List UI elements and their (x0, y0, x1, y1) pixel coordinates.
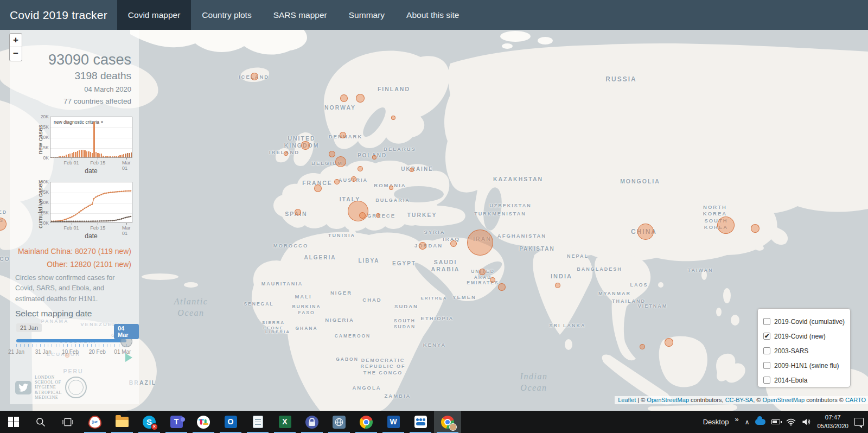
bar (103, 156, 104, 157)
taskbar-chrome-profile-icon[interactable] (434, 411, 461, 433)
case-circle-spain[interactable] (295, 209, 301, 215)
case-circle-iran[interactable] (467, 230, 493, 256)
taskbar-notepad-icon[interactable] (244, 411, 271, 433)
case-circle-united-kingdom[interactable] (301, 141, 310, 150)
case-circle-singapore[interactable] (640, 344, 645, 349)
case-circle-iceland[interactable] (251, 73, 258, 80)
checkbox-2003-sars[interactable] (763, 347, 770, 354)
taskbar-teams-icon[interactable]: T (163, 411, 190, 433)
date-slider-track[interactable] (16, 339, 126, 342)
checkbox-2019-covid-new[interactable]: ✔ (763, 333, 770, 340)
overflow-chevron-icon[interactable]: » (735, 415, 738, 423)
lshtm-logo-text[interactable]: LONDON SCHOOL of HYGIENE &TROPICAL MEDIC… (35, 375, 62, 400)
case-circle-switzerland[interactable] (334, 179, 340, 184)
taskbar-snipping-tool-icon[interactable]: ✂ (81, 411, 108, 433)
desktop-label[interactable]: Desktop (703, 418, 729, 426)
slider-minor-ticks (16, 344, 126, 347)
case-circle-france[interactable] (314, 184, 322, 192)
legend-item-2014-ebola[interactable]: 2014-Ebola (763, 373, 850, 387)
zoom-in-button[interactable]: + (10, 34, 22, 47)
tab-sars-mapper[interactable]: SARS mapper (263, 0, 338, 30)
tab-summary[interactable]: Summary (338, 0, 395, 30)
bar (129, 153, 130, 158)
case-circle-israel[interactable] (419, 242, 426, 250)
legend-label: 2019-Covid (new) (774, 333, 826, 340)
taskbar-task-view-icon[interactable] (54, 411, 81, 433)
legend-item-2019-covid-new[interactable]: ✔2019-Covid (new) (763, 329, 850, 343)
case-circle-estonia[interactable] (391, 116, 395, 120)
attribution-link-openstreetmap[interactable]: OpenStreetMap (647, 397, 689, 403)
attribution-link-openstreetmap[interactable]: OpenStreetMap (762, 397, 805, 403)
bar (112, 156, 113, 157)
wifi-icon[interactable] (786, 418, 796, 426)
taskbar-file-explorer-icon[interactable] (108, 411, 136, 433)
case-circle-uae[interactable] (490, 277, 495, 283)
case-circle-sweden[interactable] (356, 94, 365, 103)
taskbar-word-icon[interactable]: W (380, 411, 407, 433)
legend-item-2003-sars[interactable]: 2003-SARS (763, 343, 850, 358)
case-circle-japan[interactable] (751, 224, 760, 233)
checkbox-2009-h1n1-swine-flu[interactable] (763, 362, 770, 369)
bar (125, 154, 126, 157)
attribution-link-carto[interactable]: CARTO (845, 397, 866, 403)
legend-item-2009-h1n1-swine-flu[interactable]: 2009-H1N1 (swine flu) (763, 358, 850, 373)
onedrive-icon[interactable] (755, 419, 765, 425)
legend-item-2019-covid-cumulative[interactable]: 2019-Covid (cumulative) (763, 314, 850, 329)
case-circle-ireland[interactable] (284, 151, 288, 156)
bar (84, 150, 85, 157)
chart-plot-area (50, 182, 132, 223)
battery-icon[interactable] (771, 419, 780, 424)
case-circle-italy[interactable] (348, 201, 368, 221)
tab-covid-mapper[interactable]: Covid mapper (117, 0, 192, 30)
case-circle-greece[interactable] (376, 213, 380, 218)
taskbar-search-icon[interactable] (27, 411, 54, 433)
world-map[interactable]: RUSSIAICELANDFINLANDNORWAYDENMARKUNITED … (0, 30, 868, 411)
screen: Covid 2019 tracker Covid mapperCountry p… (0, 0, 868, 433)
taskbar-icons: ✂S×TOXW (0, 411, 461, 433)
chart-annotation[interactable]: new diagnostic criteria × (54, 119, 103, 125)
tab-about-this-site[interactable]: About this site (395, 0, 470, 30)
taskbar-excel-icon[interactable]: X (271, 411, 298, 433)
checkbox-2014-ebola[interactable] (763, 377, 770, 384)
windows-taskbar: ✂S×TOXW Desktop » ∧ 07:47 05/03/2020 (0, 411, 868, 433)
case-circle-austria[interactable] (351, 176, 356, 182)
taskbar-start-icon[interactable] (0, 411, 27, 433)
case-circle-oman[interactable] (498, 283, 506, 291)
tab-country-plots[interactable]: Country plots (191, 0, 262, 30)
bar (123, 154, 124, 157)
bar (68, 154, 69, 157)
case-circle-india[interactable] (555, 283, 560, 288)
case-circle-poland[interactable] (372, 155, 376, 160)
taskbar-chrome-icon[interactable] (353, 411, 380, 433)
case-circle-south-korea[interactable] (717, 217, 735, 234)
case-circle-china[interactable] (637, 224, 654, 240)
bar (79, 150, 80, 157)
twitter-icon[interactable] (15, 381, 31, 394)
case-circle-san-marino[interactable] (359, 212, 366, 219)
taskbar-skype-icon[interactable]: S× (136, 411, 163, 433)
taskbar-ibm-notes-icon[interactable] (407, 411, 434, 433)
case-circle-kuwait-bahrain[interactable] (479, 269, 486, 275)
taskbar-outlook-icon[interactable]: O (217, 411, 244, 433)
action-center-icon[interactable] (854, 418, 864, 426)
case-circle-ukraine[interactable] (410, 168, 414, 172)
case-circle-denmark[interactable] (340, 132, 346, 138)
taskbar-slack-icon[interactable] (190, 411, 217, 433)
case-circle-czechia[interactable] (358, 166, 363, 171)
case-circle-norway[interactable] (340, 94, 348, 102)
taskbar-keepass-icon[interactable] (298, 411, 326, 433)
taskbar-clock[interactable]: 07:47 05/03/2020 (817, 413, 848, 430)
taskbar-edge-globe-icon[interactable] (326, 411, 353, 433)
case-circle-romania[interactable] (389, 186, 393, 190)
attribution-link-leaflet[interactable]: Leaflet (618, 397, 636, 403)
volume-icon[interactable] (802, 418, 811, 426)
attribution-link-cc-by-sa[interactable]: CC-BY-SA (725, 397, 754, 403)
case-circle-iraq[interactable] (450, 240, 457, 247)
hidden-icons-chevron-icon[interactable]: ∧ (745, 418, 750, 426)
play-button[interactable] (125, 353, 132, 362)
case-circle-germany[interactable] (335, 156, 346, 167)
case-circle-netherlands[interactable] (329, 151, 335, 157)
zoom-out-button[interactable]: − (10, 47, 22, 61)
case-circle-malaysia-borneo[interactable] (665, 338, 673, 347)
checkbox-2019-covid-cumulative[interactable] (763, 318, 770, 325)
